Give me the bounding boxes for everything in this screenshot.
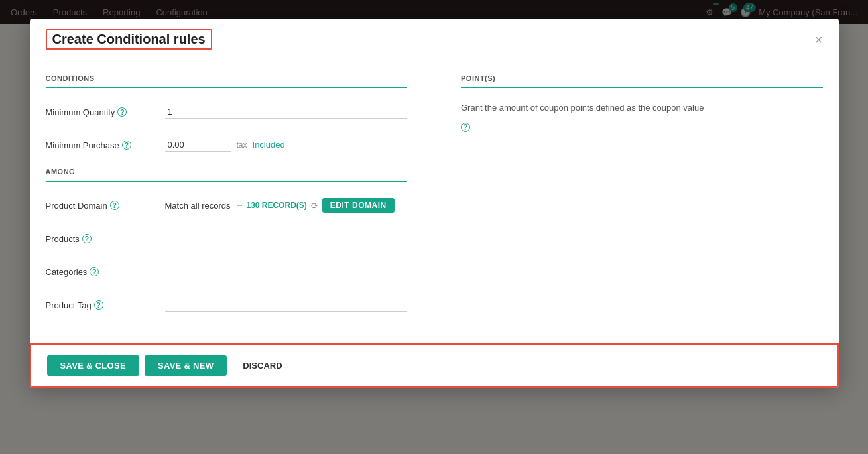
conditions-section: CONDITIONS Minimum Quantity ? Minimum Pu… (46, 74, 435, 327)
save-new-button[interactable]: SAVE & NEW (145, 355, 227, 376)
among-section: AMONG Product Domain ? Match all records… (46, 168, 408, 315)
modal-footer: SAVE & CLOSE SAVE & NEW DISCARD (30, 343, 839, 388)
min-quantity-row: Minimum Quantity ? (46, 101, 408, 123)
min-purchase-input[interactable] (165, 139, 231, 152)
refresh-icon[interactable]: ⟳ (311, 201, 318, 211)
product-domain-row: Product Domain ? Match all records → 130… (46, 195, 408, 216)
products-help-icon[interactable]: ? (82, 234, 92, 243)
min-purchase-help-icon[interactable]: ? (122, 141, 131, 150)
categories-input[interactable] (165, 265, 408, 278)
categories-help-icon[interactable]: ? (90, 267, 99, 276)
modal-body: CONDITIONS Minimum Quantity ? Minimum Pu… (30, 58, 839, 327)
products-row: Products ? (46, 228, 408, 249)
modal-close-button[interactable]: × (815, 33, 823, 46)
product-tag-input[interactable] (165, 298, 408, 312)
modal-dialog: Create Conditional rules × CONDITIONS Mi… (30, 19, 839, 388)
records-link[interactable]: → 130 RECORD(S) (235, 201, 306, 210)
points-title: POINT(S) (461, 74, 823, 88)
modal-title: Create Conditional rules (46, 29, 212, 50)
among-title: AMONG (46, 168, 408, 182)
discard-button[interactable]: DISCARD (232, 355, 292, 376)
categories-row: Categories ? (46, 261, 408, 282)
product-domain-help-icon[interactable]: ? (110, 201, 119, 210)
categories-label: Categories ? (46, 267, 165, 277)
product-tag-help-icon[interactable]: ? (94, 300, 103, 310)
products-label: Products ? (46, 234, 165, 244)
points-description: Grant the amount of coupon points define… (461, 101, 823, 115)
products-input[interactable] (165, 232, 408, 245)
tax-value[interactable]: Included (253, 140, 285, 150)
modal-header: Create Conditional rules × (30, 19, 839, 58)
min-quantity-input[interactable] (165, 105, 408, 119)
product-tag-label: Product Tag ? (46, 300, 165, 310)
product-tag-row: Product Tag ? (46, 294, 408, 315)
min-quantity-label: Minimum Quantity ? (46, 107, 165, 117)
save-close-button[interactable]: SAVE & CLOSE (47, 355, 139, 376)
domain-text: Match all records (165, 201, 231, 211)
min-purchase-inputs: tax Included (165, 139, 408, 152)
product-domain-label: Product Domain ? (46, 201, 165, 211)
tax-label: tax (237, 141, 247, 150)
conditions-title: CONDITIONS (46, 74, 408, 88)
arrow-right-icon: → (235, 201, 243, 210)
points-help-icon[interactable]: ? (461, 123, 470, 132)
min-purchase-label: Minimum Purchase ? (46, 141, 165, 150)
points-section: POINT(S) Grant the amount of coupon poin… (434, 74, 823, 327)
domain-controls: Match all records → 130 RECORD(S) ⟳ EDIT… (165, 198, 408, 213)
edit-domain-button[interactable]: EDIT DOMAIN (322, 198, 395, 213)
min-quantity-help-icon[interactable]: ? (117, 107, 127, 117)
min-purchase-row: Minimum Purchase ? tax Included (46, 135, 408, 156)
